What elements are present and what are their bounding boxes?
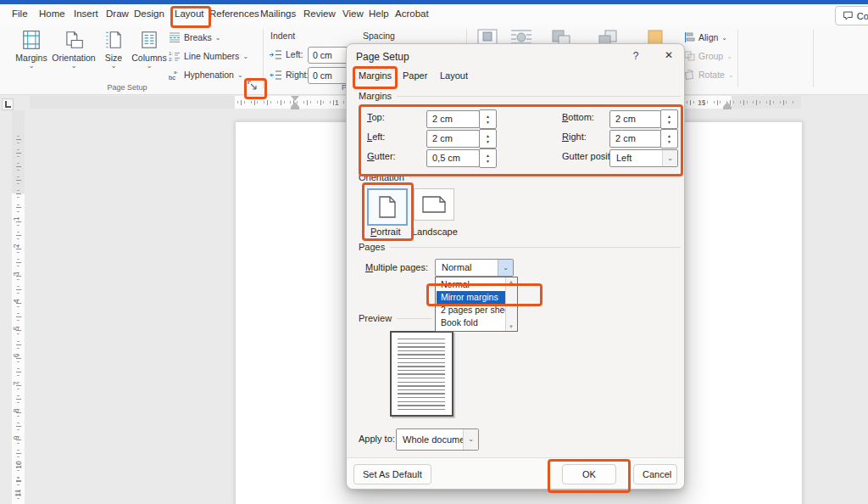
- gutter-input[interactable]: 0,5 cm: [426, 149, 480, 167]
- tab-paper[interactable]: Paper: [403, 70, 427, 86]
- group-icon: [684, 51, 695, 61]
- right-margin-stepper[interactable]: [660, 129, 678, 148]
- dropdown-option-normal[interactable]: Normal: [437, 278, 509, 291]
- chevron-down-icon: [242, 53, 248, 59]
- menu-item-mailings[interactable]: Mailings: [260, 8, 296, 19]
- multiple-pages-select[interactable]: Normal: [435, 259, 514, 277]
- line-numbers-button[interactable]: 1: 2: Line Numbers: [169, 49, 248, 63]
- line-numbers-icon: 1: 2:: [169, 51, 181, 61]
- chevron-down-icon: [726, 53, 732, 59]
- bottom-margin-stepper[interactable]: [660, 109, 678, 129]
- help-icon[interactable]: ?: [629, 50, 643, 64]
- top-label: Top:: [367, 112, 385, 122]
- chevron-down-icon: [237, 72, 243, 78]
- ruler-number: 6: [12, 354, 20, 358]
- chevron-down-icon: [51, 63, 97, 69]
- preview-thumbnail: [390, 331, 453, 417]
- dropdown-option-mirror-margins[interactable]: Mirror margins: [437, 291, 509, 304]
- margins-button[interactable]: Margins: [14, 29, 49, 90]
- apply-to-select[interactable]: Whole document: [396, 428, 479, 451]
- group-button[interactable]: Group: [684, 49, 732, 63]
- ruler-number: 5: [12, 327, 20, 331]
- size-icon: [103, 29, 125, 51]
- menu-item-references[interactable]: References: [209, 8, 259, 19]
- left-indent-marker[interactable]: [291, 107, 299, 109]
- preview-section-header: Preview: [359, 313, 431, 323]
- dropdown-scrollbar[interactable]: ▲ ▼: [505, 277, 517, 331]
- menu-item-file[interactable]: File: [12, 8, 28, 19]
- svg-text:1:: 1:: [169, 51, 173, 56]
- tab-margins[interactable]: Margins: [359, 70, 392, 86]
- menu-item-draw[interactable]: Draw: [106, 8, 129, 19]
- ruler-number: 11: [14, 489, 22, 496]
- close-icon[interactable]: ✕: [660, 49, 677, 64]
- bottom-margin-input[interactable]: 2 cm: [609, 110, 661, 128]
- dropdown-option-2-pages[interactable]: 2 pages per sheet: [437, 304, 509, 316]
- page-setup-dialog-launcher[interactable]: [248, 81, 260, 93]
- page-setup-group-label: Page Setup: [8, 83, 246, 92]
- indent-left-icon: [270, 50, 282, 59]
- ribbon-group-divider: [737, 30, 738, 87]
- align-button[interactable]: Align: [684, 31, 727, 44]
- right-margin-input[interactable]: 2 cm: [609, 130, 661, 148]
- portrait-label: Portrait: [370, 227, 400, 237]
- ruler-number: 9: [12, 436, 20, 440]
- chevron-down-icon: [498, 260, 513, 276]
- indent-left-control: Left:: [270, 48, 303, 61]
- menu-item-view[interactable]: View: [342, 8, 364, 19]
- pages-section-header: Pages: [359, 242, 681, 252]
- gutter-stepper[interactable]: [479, 148, 497, 168]
- right-indent-marker[interactable]: [723, 107, 732, 109]
- chevron-down-icon: [99, 63, 128, 69]
- chevron-down-icon: [215, 35, 221, 41]
- indent-label: Indent: [270, 31, 295, 41]
- portrait-icon: [379, 196, 396, 218]
- left-margin-input[interactable]: 2 cm: [426, 130, 480, 148]
- breaks-button[interactable]: Breaks: [169, 31, 220, 44]
- tab-selector[interactable]: [2, 98, 14, 110]
- menu-item-insert[interactable]: Insert: [74, 8, 98, 19]
- cancel-button[interactable]: Cancel: [633, 464, 677, 484]
- orientation-button[interactable]: Orientation: [51, 29, 97, 90]
- menu-item-layout[interactable]: Layout: [175, 8, 204, 19]
- orientation-section-header: Orientation: [359, 172, 681, 182]
- ruler-number: 7: [12, 381, 20, 385]
- chevron-down-icon: [721, 35, 727, 41]
- landscape-icon: [422, 196, 446, 213]
- comments-button[interactable]: Comments: [835, 6, 868, 25]
- margins-section-header: Margins: [359, 91, 681, 101]
- margins-icon: [20, 29, 42, 51]
- dialog-title: Page Setup: [356, 51, 409, 63]
- orientation-icon: [63, 29, 85, 51]
- landscape-option[interactable]: [414, 188, 454, 221]
- top-margin-input[interactable]: 2 cm: [426, 110, 480, 128]
- rotate-button[interactable]: Rotate: [684, 68, 734, 81]
- gutter-position-select[interactable]: Left: [609, 149, 678, 167]
- ok-button[interactable]: OK: [562, 464, 616, 484]
- scrollbar-down-icon[interactable]: ▼: [509, 324, 514, 329]
- menu-item-review[interactable]: Review: [303, 8, 336, 19]
- menu-item-acrobat[interactable]: Acrobat: [395, 8, 429, 19]
- top-margin-stepper[interactable]: [479, 109, 497, 129]
- size-button[interactable]: Size: [99, 29, 128, 90]
- hyphenation-icon: a- bc: [169, 70, 181, 80]
- menu-item-help[interactable]: Help: [369, 8, 389, 19]
- menu-item-home[interactable]: Home: [39, 8, 65, 19]
- comment-icon: [843, 10, 854, 21]
- rotate-icon: [684, 70, 695, 80]
- multiple-pages-dropdown: Normal Mirror margins 2 pages per sheet …: [435, 277, 518, 332]
- page-setup-dialog: Page Setup ? ✕ Margins Paper Layout Marg…: [346, 43, 685, 490]
- word-window: File Home Insert Draw Design Layout Refe…: [0, 0, 868, 504]
- tab-layout[interactable]: Layout: [440, 70, 468, 86]
- dropdown-option-book-fold[interactable]: Book fold: [437, 316, 509, 329]
- first-line-indent-marker[interactable]: [291, 96, 299, 101]
- scrollbar-up-icon[interactable]: ▲: [509, 279, 514, 284]
- align-icon: [684, 32, 695, 42]
- indent-right-control: Right:: [270, 68, 309, 81]
- set-as-default-button[interactable]: Set As Default: [353, 464, 431, 484]
- menu-item-design[interactable]: Design: [134, 8, 164, 19]
- left-margin-stepper[interactable]: [479, 129, 497, 148]
- portrait-option[interactable]: [367, 188, 408, 226]
- hyphenation-button[interactable]: a- bc Hyphenation: [169, 68, 243, 81]
- columns-button[interactable]: Columns: [130, 29, 169, 90]
